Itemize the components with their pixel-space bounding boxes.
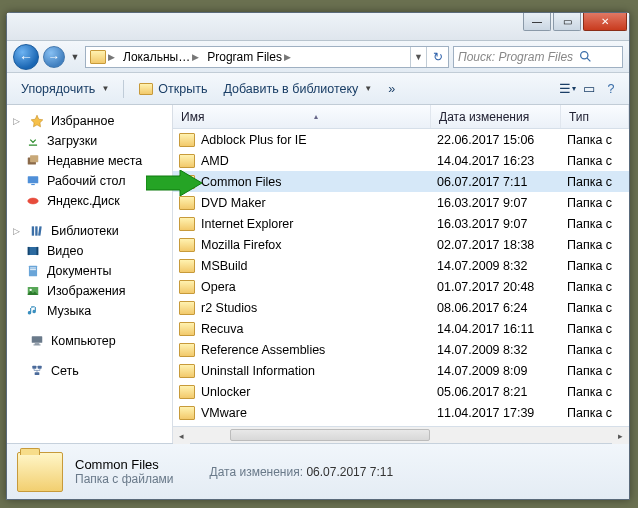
sidebar-computer-head[interactable]: ▷ Компьютер xyxy=(7,331,172,351)
file-type-cell: Папка с xyxy=(561,196,629,210)
svg-rect-5 xyxy=(31,184,35,185)
close-icon: ✕ xyxy=(601,16,609,27)
download-icon xyxy=(25,133,41,149)
file-row[interactable]: Adblock Plus for IE22.06.2017 15:06Папка… xyxy=(173,129,629,150)
organize-menu[interactable]: Упорядочить ▼ xyxy=(15,79,115,99)
back-button[interactable]: ← xyxy=(13,44,39,70)
horizontal-scrollbar[interactable]: ◂ ▸ xyxy=(173,426,629,443)
sidebar-group-favorites: ▷ Избранное Загрузки Недавние места Рабо… xyxy=(7,111,172,211)
svg-rect-8 xyxy=(35,226,37,235)
breadcrumb-root[interactable]: ▶ xyxy=(86,47,119,67)
folder-icon xyxy=(179,154,195,168)
address-dropdown[interactable]: ▼ xyxy=(410,47,426,67)
column-name[interactable]: Имя▴ xyxy=(173,105,431,128)
file-name-cell: Adblock Plus for IE xyxy=(173,133,431,147)
close-button[interactable]: ✕ xyxy=(583,13,627,31)
details-info: Common Files Папка с файлами xyxy=(75,457,174,486)
help-button[interactable]: ? xyxy=(601,79,621,99)
column-type[interactable]: Тип xyxy=(561,105,629,128)
chevron-right-icon: ▶ xyxy=(192,52,199,62)
add-to-library-menu[interactable]: Добавить в библиотеку ▼ xyxy=(217,79,378,99)
refresh-button[interactable]: ↻ xyxy=(426,47,448,67)
file-name: Opera xyxy=(201,280,236,294)
sidebar-item-videos[interactable]: Видео xyxy=(7,241,172,261)
main-content: Имя▴ Дата изменения Тип Adblock Plus for… xyxy=(173,105,629,443)
file-name: Reference Assemblies xyxy=(201,343,325,357)
scroll-right-button[interactable]: ▸ xyxy=(612,427,629,444)
file-row[interactable]: MSBuild14.07.2009 8:32Папка с xyxy=(173,255,629,276)
breadcrumb-item[interactable]: Локальны… ▶ xyxy=(119,47,203,67)
details-name: Common Files xyxy=(75,457,174,472)
details-date-value: 06.07.2017 7:11 xyxy=(306,465,393,479)
music-icon xyxy=(25,303,41,319)
file-row[interactable]: Internet Explorer16.03.2017 9:07Папка с xyxy=(173,213,629,234)
picture-icon xyxy=(25,283,41,299)
sidebar-favorites-head[interactable]: ▷ Избранное xyxy=(7,111,172,131)
sidebar-item-yandex-disk[interactable]: Яндекс.Диск xyxy=(7,191,172,211)
view-icon: ☰ xyxy=(559,81,571,96)
breadcrumb-item[interactable]: Program Files ▶ xyxy=(203,47,295,67)
scroll-thumb[interactable] xyxy=(230,429,430,441)
file-row[interactable]: r2 Studios08.06.2017 6:24Папка с xyxy=(173,297,629,318)
folder-icon xyxy=(179,217,195,231)
scroll-track[interactable] xyxy=(190,427,612,443)
file-name: Mozilla Firefox xyxy=(201,238,282,252)
folder-icon xyxy=(179,364,195,378)
preview-pane-button[interactable]: ▭ xyxy=(579,79,599,99)
sidebar-item-desktop[interactable]: Рабочий стол xyxy=(7,171,172,191)
sidebar-item-label: Недавние места xyxy=(47,154,142,168)
file-row[interactable]: Unlocker05.06.2017 8:21Папка с xyxy=(173,381,629,402)
nav-history-dropdown[interactable]: ▼ xyxy=(69,52,81,62)
file-row[interactable]: DVD Maker16.03.2017 9:07Папка с xyxy=(173,192,629,213)
file-row[interactable]: Opera01.07.2017 20:48Папка с xyxy=(173,276,629,297)
forward-button[interactable]: → xyxy=(43,46,65,68)
open-button[interactable]: Открыть xyxy=(132,78,213,100)
folder-icon xyxy=(179,322,195,336)
file-name-cell: DVD Maker xyxy=(173,196,431,210)
search-input[interactable]: Поиск: Program Files xyxy=(453,46,623,68)
view-options-button[interactable]: ☰▾ xyxy=(557,79,577,99)
svg-rect-3 xyxy=(30,155,38,162)
file-date-cell: 05.06.2017 8:21 xyxy=(431,385,561,399)
sidebar-libraries-head[interactable]: ▷ Библиотеки xyxy=(7,221,172,241)
file-date-cell: 22.06.2017 15:06 xyxy=(431,133,561,147)
file-date-cell: 06.07.2017 7:11 xyxy=(431,175,561,189)
sidebar-group-network: ▷ Сеть xyxy=(7,361,172,381)
minimize-button[interactable]: — xyxy=(523,13,551,31)
preview-icon: ▭ xyxy=(583,81,595,96)
document-icon xyxy=(25,263,41,279)
file-row[interactable]: VMware11.04.2017 17:39Папка с xyxy=(173,402,629,423)
file-name: Common Files xyxy=(201,175,282,189)
svg-rect-20 xyxy=(34,345,41,346)
breadcrumb-label: Program Files xyxy=(207,50,282,64)
svg-line-1 xyxy=(587,58,590,61)
file-row[interactable]: Uninstall Information14.07.2009 8:09Папк… xyxy=(173,360,629,381)
file-row[interactable]: Mozilla Firefox02.07.2017 18:38Папка с xyxy=(173,234,629,255)
column-date[interactable]: Дата изменения xyxy=(431,105,561,128)
navigation-pane[interactable]: ▷ Избранное Загрузки Недавние места Рабо… xyxy=(7,105,173,443)
sidebar-item-music[interactable]: Музыка xyxy=(7,301,172,321)
address-bar[interactable]: ▶ Локальны… ▶ Program Files ▶ ▼ ↻ xyxy=(85,46,449,68)
maximize-button[interactable]: ▭ xyxy=(553,13,581,31)
video-icon xyxy=(25,243,41,259)
file-row[interactable]: AMD14.04.2017 16:23Папка с xyxy=(173,150,629,171)
file-row[interactable]: Reference Assemblies14.07.2009 8:32Папка… xyxy=(173,339,629,360)
file-name-cell: Recuva xyxy=(173,322,431,336)
sidebar-item-documents[interactable]: Документы xyxy=(7,261,172,281)
file-name-cell: AMD xyxy=(173,154,431,168)
sidebar-item-downloads[interactable]: Загрузки xyxy=(7,131,172,151)
open-label: Открыть xyxy=(158,82,207,96)
file-row[interactable]: Common Files06.07.2017 7:11Папка с xyxy=(173,171,629,192)
chevron-down-icon: ▼ xyxy=(364,84,372,93)
sidebar-item-pictures[interactable]: Изображения xyxy=(7,281,172,301)
file-row[interactable]: Recuva14.04.2017 16:11Папка с xyxy=(173,318,629,339)
file-name-cell: Common Files xyxy=(173,175,431,189)
sidebar-item-recent[interactable]: Недавние места xyxy=(7,151,172,171)
sidebar-item-label: Загрузки xyxy=(47,134,97,148)
file-date-cell: 16.03.2017 9:07 xyxy=(431,196,561,210)
file-date-cell: 14.07.2009 8:32 xyxy=(431,343,561,357)
toolbar-overflow[interactable]: » xyxy=(382,79,401,99)
file-list[interactable]: Adblock Plus for IE22.06.2017 15:06Папка… xyxy=(173,129,629,426)
sidebar-network-head[interactable]: ▷ Сеть xyxy=(7,361,172,381)
scroll-left-button[interactable]: ◂ xyxy=(173,427,190,444)
